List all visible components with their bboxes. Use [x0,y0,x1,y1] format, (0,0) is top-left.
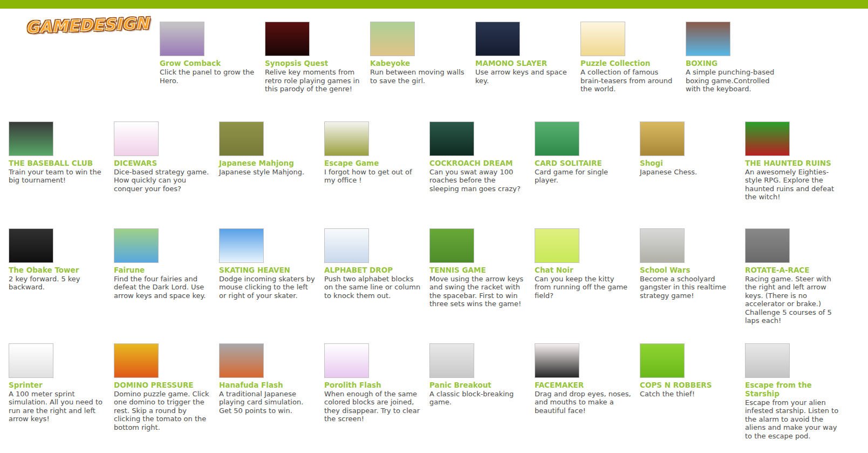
game-thumbnail[interactable] [114,343,159,378]
game-thumbnail[interactable] [9,343,53,378]
game-title-link[interactable]: School Wars [640,266,737,274]
game-card: MAMONO SLAYERUse arrow keys and space ke… [475,22,573,85]
game-description: A simple punching-based boxing game.Cont… [686,68,783,93]
game-card: Synopsis QuestRelive key moments from re… [265,22,363,93]
game-description: Japanese Chess. [640,168,737,177]
game-title-link[interactable]: Escape Game [324,159,422,167]
game-title-link[interactable]: Kabeyoke [370,59,468,67]
game-thumbnail[interactable] [114,228,159,263]
game-thumbnail[interactable] [745,343,790,378]
game-thumbnail[interactable] [745,121,790,156]
game-thumbnail[interactable] [475,22,520,56]
game-title-link[interactable]: Escape from the Starship [745,381,843,398]
game-description: Train your team to win the big tournamen… [9,168,106,185]
game-description: Can you swat away 100 roaches before the… [429,168,527,193]
game-description: Run between moving walls to save the gir… [370,68,468,85]
game-thumbnail[interactable] [219,228,264,263]
game-thumbnail[interactable] [535,343,579,378]
game-card: Panic BreakoutA classic block-breaking g… [429,343,527,407]
game-description: Domino puzzle game. Click one domino to … [114,390,211,432]
game-card: TENNIS GAMEMove using the arrow keys and… [429,228,527,308]
game-title-link[interactable]: DOMINO PRESSURE [114,381,211,389]
game-card: FairuneFind the four fairies and defeat … [114,228,211,300]
game-card: Escape GameI forgot how to get out of my… [324,121,422,185]
game-row: The Obake Tower2 key forward. 5 key back… [9,228,868,325]
game-thumbnail[interactable] [686,22,730,56]
gamedesign-logo[interactable]: GAMEDESIGN [25,14,149,37]
game-card: SprinterA 100 meter sprint simulation. A… [9,343,106,423]
game-title-link[interactable]: Sprinter [9,381,106,389]
game-thumbnail[interactable] [324,228,369,263]
game-description: A collection of famous brain-teasers fro… [580,68,678,93]
game-title-link[interactable]: Synopsis Quest [265,59,363,67]
game-description: Racing game. Steer with the right and le… [745,275,843,325]
game-card: ShogiJapanese Chess. [640,121,737,177]
game-card: FACEMAKERDrag and drop eyes, noses, and … [535,343,632,415]
game-thumbnail[interactable] [324,343,369,378]
game-title-link[interactable]: THE HAUNTED RUINS [745,159,843,167]
game-card: School WarsBecome a schoolyard gangster … [640,228,737,300]
game-description: 2 key forward. 5 key backward. [9,275,106,292]
game-card: ROTATE-A-RACERacing game. Steer with the… [745,228,843,325]
game-thumbnail[interactable] [219,121,264,156]
game-title-link[interactable]: The Obake Tower [9,266,106,274]
game-title-link[interactable]: Hanafuda Flash [219,381,317,389]
game-title-link[interactable]: DICEWARS [114,159,211,167]
game-card: CARD SOLITAIRECard game for single playe… [535,121,632,185]
game-thumbnail[interactable] [535,228,579,263]
game-title-link[interactable]: Porolith Flash [324,381,422,389]
game-thumbnail[interactable] [640,121,685,156]
game-description: Push two alphabet blocks on the same lin… [324,275,422,300]
game-thumbnail[interactable] [160,22,204,56]
game-thumbnail[interactable] [640,343,685,378]
game-description: Drag and drop eyes, noses, and mouths to… [535,390,632,415]
game-thumbnail[interactable] [580,22,625,56]
game-title-link[interactable]: CARD SOLITAIRE [535,159,632,167]
game-description: When enough of the same colored blocks a… [324,390,422,423]
game-title-link[interactable]: TENNIS GAME [429,266,527,274]
game-title-link[interactable]: MAMONO SLAYER [475,59,573,67]
game-thumbnail[interactable] [219,343,264,378]
game-title-link[interactable]: BOXING [686,59,783,67]
game-title-link[interactable]: Japanese Mahjong [219,159,317,167]
game-description: Become a schoolyard gangster in this rea… [640,275,737,300]
game-title-link[interactable]: Panic Breakout [429,381,527,389]
game-thumbnail[interactable] [429,121,474,156]
game-card: Japanese MahjongJapanese style Mahjong. [219,121,317,177]
game-thumbnail[interactable] [9,228,53,263]
game-title-link[interactable]: Shogi [640,159,737,167]
game-title-link[interactable]: Grow Comback [160,59,257,67]
game-card: THE BASEBALL CLUBTrain your team to win … [9,121,106,185]
game-description: Japanese style Mahjong. [219,168,317,177]
game-thumbnail[interactable] [114,121,159,156]
game-title-link[interactable]: FACEMAKER [535,381,632,389]
game-thumbnail[interactable] [370,22,415,56]
game-thumbnail[interactable] [9,121,53,156]
game-title-link[interactable]: Chat Noir [535,266,632,274]
game-thumbnail[interactable] [640,228,685,263]
game-title-link[interactable]: Fairune [114,266,211,274]
game-thumbnail[interactable] [265,22,310,56]
game-card: Chat NoirCan you keep the kitty from run… [535,228,632,300]
game-card: THE HAUNTED RUINSAn awesomely Eighties-s… [745,121,843,201]
game-title-link[interactable]: ALPHABET DROP [324,266,422,274]
game-thumbnail[interactable] [324,121,369,156]
game-row: GAMEDESIGN Grow CombackClick the panel t… [9,22,868,93]
game-thumbnail[interactable] [429,343,474,378]
game-card: BOXINGA simple punching-based boxing gam… [686,22,783,93]
game-description: A classic block-breaking game. [429,390,527,407]
game-title-link[interactable]: SKATING HEAVEN [219,266,317,274]
game-title-link[interactable]: THE BASEBALL CLUB [9,159,106,167]
game-directory: GAMEDESIGN Grow CombackClick the panel t… [0,22,868,453]
game-title-link[interactable]: COCKROACH DREAM [429,159,527,167]
game-description: I forgot how to get out of my office ! [324,168,422,185]
game-thumbnail[interactable] [429,228,474,263]
game-title-link[interactable]: ROTATE-A-RACE [745,266,843,274]
game-title-link[interactable]: COPS N ROBBERS [640,381,737,389]
game-card: The Obake Tower2 key forward. 5 key back… [9,228,106,292]
game-thumbnail[interactable] [535,121,579,156]
game-title-link[interactable]: Puzzle Collection [580,59,678,67]
top-green-bar [0,0,868,9]
game-thumbnail[interactable] [745,228,790,263]
game-row: THE BASEBALL CLUBTrain your team to win … [9,121,868,201]
